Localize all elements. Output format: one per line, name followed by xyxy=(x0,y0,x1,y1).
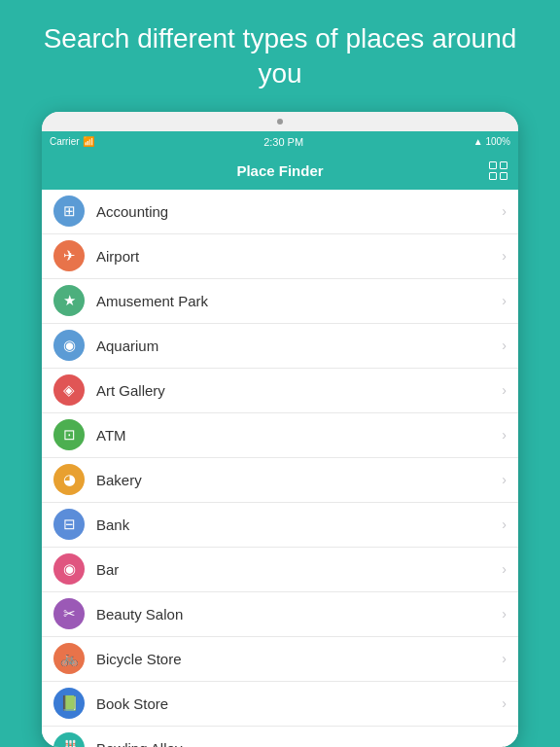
label-bakery: Bakery xyxy=(96,472,502,488)
label-beauty-salon: Beauty Salon xyxy=(96,606,502,622)
list-item-amusement-park[interactable]: ★Amusement Park› xyxy=(42,279,518,324)
status-bar-left: Carrier 📶 xyxy=(50,136,94,147)
icon-bowling-alley: 🎳 xyxy=(53,732,85,747)
list-item-bar[interactable]: ◉Bar› xyxy=(42,548,518,592)
icon-beauty-salon: ✂ xyxy=(53,598,85,629)
chevron-bowling-alley: › xyxy=(502,740,507,747)
label-bar: Bar xyxy=(96,561,502,578)
list-item-aquarium[interactable]: ◉Aquarium› xyxy=(42,324,518,369)
list-item-bicycle-store[interactable]: 🚲Bicycle Store› xyxy=(42,637,518,682)
chevron-book-store: › xyxy=(502,695,507,711)
device-frame: Carrier 📶 2:30 PM ▲ 100% Place Finder ⊞A… xyxy=(42,112,518,747)
icon-airport: ✈ xyxy=(53,240,85,271)
chevron-amusement-park: › xyxy=(502,293,507,308)
chevron-bakery: › xyxy=(502,472,507,487)
list-item-bank[interactable]: ⊟Bank› xyxy=(42,503,518,548)
list-item-atm[interactable]: ⊡ATM› xyxy=(42,413,518,458)
icon-amusement-park: ★ xyxy=(53,285,85,316)
label-atm: ATM xyxy=(96,427,502,444)
list-item-book-store[interactable]: 📗Book Store› xyxy=(42,682,518,727)
chevron-art-gallery: › xyxy=(502,382,507,398)
header-title: Search different types of places around … xyxy=(0,0,560,112)
icon-accounting: ⊞ xyxy=(53,196,85,227)
chevron-bicycle-store: › xyxy=(502,651,507,666)
chevron-bank: › xyxy=(502,516,507,532)
list-item-bakery[interactable]: ◕Bakery› xyxy=(42,458,518,503)
chevron-airport: › xyxy=(502,248,507,264)
list-item-bowling-alley[interactable]: 🎳Bowling Alley› xyxy=(42,727,518,747)
label-aquarium: Aquarium xyxy=(96,338,502,354)
carrier-label: Carrier xyxy=(50,136,80,147)
chevron-aquarium: › xyxy=(502,338,507,353)
label-art-gallery: Art Gallery xyxy=(96,382,502,399)
places-list: ⊞Accounting›✈Airport›★Amusement Park›◉Aq… xyxy=(42,190,518,747)
chevron-accounting: › xyxy=(502,203,507,219)
wifi-icon: 📶 xyxy=(83,136,94,147)
grid-icon[interactable] xyxy=(489,161,508,181)
battery-label: ▲ 100% xyxy=(473,136,510,147)
status-bar-time: 2:30 PM xyxy=(263,136,303,148)
label-bicycle-store: Bicycle Store xyxy=(96,651,502,667)
label-amusement-park: Amusement Park xyxy=(96,293,502,309)
nav-title: Place Finder xyxy=(236,162,323,179)
list-item-beauty-salon[interactable]: ✂Beauty Salon› xyxy=(42,592,518,637)
status-bar: Carrier 📶 2:30 PM ▲ 100% xyxy=(42,131,518,153)
icon-bicycle-store: 🚲 xyxy=(53,643,85,674)
icon-art-gallery: ◈ xyxy=(53,374,85,406)
chevron-beauty-salon: › xyxy=(502,606,507,622)
icon-book-store: 📗 xyxy=(53,688,85,719)
list-item-airport[interactable]: ✈Airport› xyxy=(42,234,518,279)
icon-atm: ⊡ xyxy=(53,419,85,450)
camera-dot xyxy=(277,119,283,124)
chevron-bar: › xyxy=(502,561,507,577)
icon-aquarium: ◉ xyxy=(53,330,85,361)
list-item-accounting[interactable]: ⊞Accounting› xyxy=(42,190,518,234)
icon-bar: ◉ xyxy=(53,553,85,585)
device-top-bar xyxy=(42,112,518,131)
label-bowling-alley: Bowling Alley xyxy=(96,740,502,747)
label-bank: Bank xyxy=(96,516,502,533)
list-item-art-gallery[interactable]: ◈Art Gallery› xyxy=(42,369,518,413)
icon-bank: ⊟ xyxy=(53,509,85,540)
status-bar-right: ▲ 100% xyxy=(473,136,510,147)
label-accounting: Accounting xyxy=(96,203,502,220)
label-book-store: Book Store xyxy=(96,695,502,712)
chevron-atm: › xyxy=(502,427,507,443)
label-airport: Airport xyxy=(96,248,502,265)
icon-bakery: ◕ xyxy=(53,464,85,495)
header-section: Search different types of places around … xyxy=(0,0,560,112)
nav-bar: Place Finder xyxy=(42,153,518,190)
